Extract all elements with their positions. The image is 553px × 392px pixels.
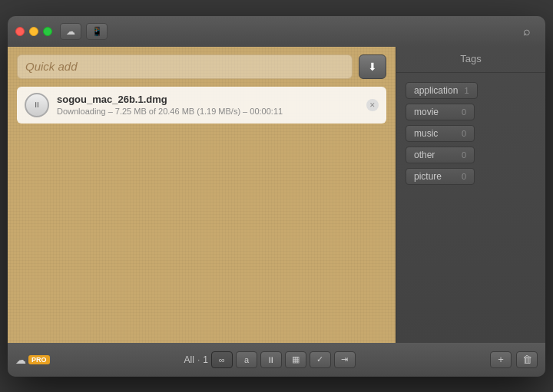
tag-item: movie0 [406,104,536,120]
tag-count: 0 [462,172,466,181]
alpha-sort-button[interactable]: a [236,351,257,368]
tag-item: picture0 [406,168,536,185]
search-button[interactable]: ⌕ [516,23,538,40]
pause-icon: ⏸ [33,100,41,109]
add-download-button[interactable]: ⬇ [359,54,386,79]
pro-cloud-button[interactable]: ☁ PRO [15,354,50,366]
bottom-bar-right: + 🗑 [490,351,538,368]
loop-icon: ∞ [219,355,225,364]
tag-picture-button[interactable]: picture0 [406,168,475,185]
check-button[interactable]: ✓ [310,351,331,368]
tag-label: other [414,150,435,160]
download-info: sogou_mac_26b.1.dmg Downloading – 7.25 M… [57,94,359,116]
maximize-button[interactable] [43,27,52,36]
tag-label: movie [414,107,439,117]
add-icon: + [498,354,504,365]
tag-music-button[interactable]: music0 [406,125,475,142]
tag-label: music [414,128,438,139]
tag-label: picture [414,171,442,182]
tag-other-button[interactable]: other0 [406,147,475,163]
cloud-icon: ☁ [66,26,75,37]
status-all-label: All [184,354,194,365]
bottom-bar-center: All · 1 ∞ a ⏸ ▦ ✓ ⇥ [55,351,485,368]
tag-count: 0 [462,107,466,117]
pause-all-button[interactable]: ⏸ [260,351,282,368]
check-icon: ✓ [316,354,323,364]
download-list: ⏸ sogou_mac_26b.1.dmg Downloading – 7.25… [8,87,396,343]
trash-icon: 🗑 [522,354,532,365]
tag-count: 1 [464,86,469,95]
bottom-cloud-icon: ☁ [15,354,26,366]
add-tag-button[interactable]: + [490,351,512,368]
tag-item: other0 [406,147,536,163]
status-separator: · [197,354,200,365]
filename-label: sogou_mac_26b.1.dmg [57,94,359,105]
schedule-button[interactable]: ▦ [285,351,306,368]
quick-add-bar: ⬇ [8,47,396,87]
tag-count: 0 [462,150,466,160]
delete-button[interactable]: 🗑 [516,351,538,368]
table-row: ⏸ sogou_mac_26b.1.dmg Downloading – 7.25… [17,87,386,124]
minimize-button[interactable] [29,27,38,36]
calendar-icon: ▦ [292,354,300,364]
status-label: Downloading – 7.25 MB of 20.46 MB (1.19 … [57,107,359,116]
bottom-bar: ☁ PRO All · 1 ∞ a ⏸ ▦ ✓ ⇥ [8,343,545,377]
quick-add-input[interactable] [17,54,353,79]
tag-item: music0 [406,125,536,142]
loop-button[interactable]: ∞ [211,351,233,368]
traffic-lights [15,27,52,36]
device-icon-btn[interactable]: 📱 [86,23,108,40]
alpha-icon: a [244,355,249,364]
titlebar: ☁ 📱 ⌕ [8,16,545,47]
pause-button[interactable]: ⏸ [25,93,49,117]
left-panel: ⬇ ⏸ sogou_mac_26b.1.dmg Downloading – 7.… [8,47,396,343]
tags-header: Tags [396,47,545,73]
search-icon: ⌕ [523,25,531,38]
expand-icon: ⇥ [341,354,348,364]
main-window: ☁ 📱 ⌕ ⬇ ⏸ [8,16,545,377]
tag-movie-button[interactable]: movie0 [406,104,475,120]
cloud-icon-btn[interactable]: ☁ [60,23,81,40]
download-arrow-icon: ⬇ [368,61,377,73]
bottom-bar-left: ☁ PRO [15,354,50,366]
close-button[interactable] [15,27,25,36]
tag-application-button[interactable]: application1 [406,82,478,99]
right-panel: Tags application1movie0music0other0pictu… [396,47,545,343]
titlebar-tools: ☁ 📱 [60,23,108,40]
close-icon: ✕ [369,101,376,109]
status-count-label: 1 [203,354,208,365]
pro-badge: PRO [28,355,50,364]
tags-list: application1movie0music0other0picture0 [396,73,545,343]
device-icon: 📱 [91,26,103,37]
pause-all-icon: ⏸ [267,355,275,364]
remove-download-button[interactable]: ✕ [366,99,379,111]
tag-item: application1 [406,82,536,99]
tag-label: application [414,85,458,96]
expand-button[interactable]: ⇥ [334,351,356,368]
main-area: ⬇ ⏸ sogou_mac_26b.1.dmg Downloading – 7.… [8,47,545,343]
tag-count: 0 [462,129,466,138]
